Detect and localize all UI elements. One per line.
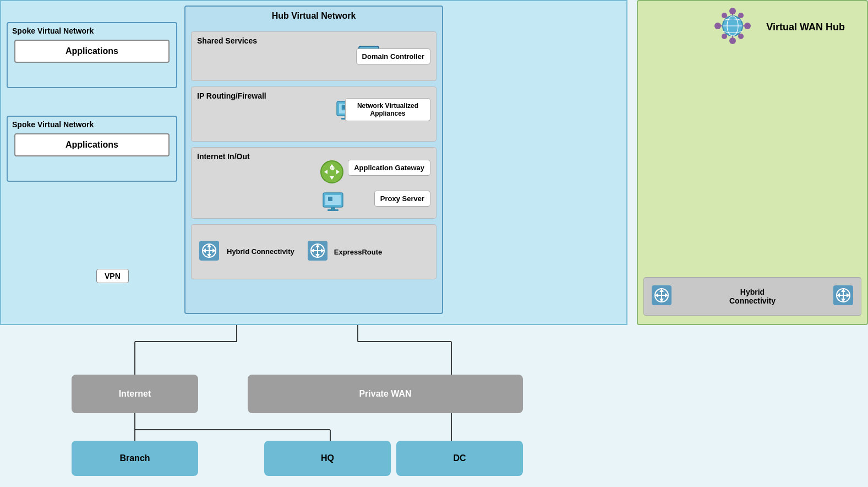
svg-rect-42: [325, 195, 341, 205]
private-wan-box: Private WAN: [248, 375, 523, 413]
proxy-server-icon: [321, 190, 345, 214]
vwan-area: Virtual WAN Hub Hybrid Connectivity: [637, 0, 868, 325]
svg-point-64: [714, 23, 721, 29]
svg-point-68: [738, 34, 744, 39]
branch-box: Branch: [72, 441, 198, 476]
svg-point-66: [738, 13, 744, 18]
spoke-vnet-2: Spoke Virtual Network Applications: [7, 116, 177, 182]
domain-controller-box: Domain Controller: [356, 48, 430, 64]
vwan-title: Virtual WAN Hub: [760, 16, 856, 39]
svg-rect-43: [331, 207, 335, 209]
hub-hybrid-label: Hybrid Connectivity: [227, 247, 294, 256]
ip-routing-section: IP Routing/Firewall Network Virtualized …: [191, 86, 436, 142]
svg-rect-45: [328, 197, 332, 201]
svg-point-67: [722, 34, 727, 39]
proxy-server-box: Proxy Server: [374, 191, 430, 207]
app-gateway-box: Application Gateway: [348, 160, 430, 176]
vwan-hybrid-section: Hybrid Connectivity: [643, 277, 861, 316]
network-appliances-box: Network Virtualized Appliances: [345, 98, 430, 121]
spoke-vnet-2-app: Applications: [14, 133, 170, 156]
dc-box: DC: [396, 441, 523, 476]
vwan-lock-icon-1: [649, 283, 674, 310]
vwan-lock-icon-2: [831, 283, 855, 310]
internet-inout-section: Internet In/Out ⊕: [191, 147, 436, 219]
vwan-globe-icon: [713, 7, 752, 47]
vpn-label: VPN: [96, 269, 129, 283]
svg-rect-44: [327, 209, 339, 211]
hub-expressroute-label: ExpressRoute: [334, 248, 382, 256]
svg-point-63: [744, 23, 751, 29]
vwan-hybrid-label: Hybrid Connectivity: [679, 288, 826, 305]
hq-box: HQ: [264, 441, 391, 476]
spoke-vnet-2-title: Spoke Virtual Network: [8, 117, 176, 130]
svg-point-65: [722, 13, 727, 18]
shared-services-section: Shared Services Domain Controller: [191, 31, 436, 81]
hub-vnet: Hub Virtual Network Shared Services Doma…: [184, 6, 443, 314]
svg-point-62: [729, 8, 736, 14]
hub-hybrid-section: Hybrid Connectivity ExpressRoute: [191, 224, 436, 279]
app-gateway-icon: ⊕: [319, 159, 345, 185]
internet-box: Internet: [72, 375, 198, 413]
hub-hybrid-expressroute-icon: [305, 239, 330, 265]
spoke-vnet-1-app: Applications: [14, 40, 170, 63]
spoke-vnet-1-title: Spoke Virtual Network: [8, 23, 176, 36]
hub-vnet-title: Hub Virtual Network: [185, 7, 442, 25]
svg-point-69: [729, 37, 736, 44]
hub-hybrid-vpn-icon: [197, 239, 221, 265]
shared-services-label: Shared Services: [192, 32, 436, 50]
spoke-vnet-1: Spoke Virtual Network Applications: [7, 22, 177, 88]
diagram-container: Spoke Virtual Network Applications Spoke…: [0, 0, 868, 487]
